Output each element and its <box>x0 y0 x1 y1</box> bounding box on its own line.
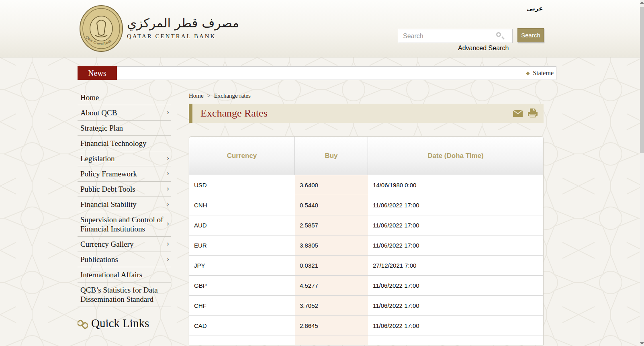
chevron-right-icon: › <box>167 200 169 207</box>
chain-link-icon <box>78 318 88 329</box>
column-header-currency[interactable]: Currency <box>189 137 295 175</box>
scroll-down-arrow-icon[interactable] <box>640 341 644 344</box>
sidebar-item-publications[interactable]: Publications› <box>78 252 171 267</box>
scroll-up-arrow-icon[interactable] <box>640 2 644 5</box>
cell-date <box>368 336 543 345</box>
page-title-banner: Exchange Rates <box>189 104 544 123</box>
email-icon[interactable] <box>513 110 523 117</box>
sidebar-item-strategic-plan[interactable]: Strategic Plan <box>78 121 171 136</box>
bank-name-arabic: مصرف قطر المركزي <box>127 14 239 32</box>
cell-currency: CNH <box>189 195 295 215</box>
sidebar-item-financial-technology[interactable]: Financial Technology <box>78 136 171 151</box>
chevron-right-icon: › <box>167 220 169 227</box>
chevron-right-icon: › <box>167 154 169 162</box>
cell-buy <box>295 336 368 345</box>
logo-wordmark[interactable]: مصرف قطر المركزي QATAR CENTRAL BANK <box>127 14 239 40</box>
cell-date: 11/06/2022 17:00 <box>368 215 543 235</box>
search-button[interactable]: Search <box>517 28 544 42</box>
table-row: GBP4.527711/06/2022 17:00 <box>189 276 543 296</box>
table-header-row: Currency Buy Date (Doha Time) <box>189 137 543 175</box>
chevron-right-icon: › <box>167 109 169 116</box>
breadcrumb-home[interactable]: Home <box>189 92 204 99</box>
arabic-language-link[interactable]: عربى <box>527 5 543 12</box>
cell-date: 11/06/2022 17:00 <box>368 195 543 215</box>
sidebar-item-label: QCB’s Statistics for Data Dissemination … <box>80 286 158 303</box>
quick-links-label: Quick Links <box>91 317 149 330</box>
table-row: CAD2.864511/06/2022 17:00 <box>189 316 543 336</box>
breadcrumb-current: Exchange rates <box>214 92 251 99</box>
sidebar-item-financial-stability[interactable]: Financial Stability› <box>78 197 171 212</box>
cell-date: 11/06/2022 17:00 <box>368 235 543 255</box>
sidebar-item-label: Policy Framework <box>80 170 137 178</box>
chevron-right-icon: › <box>167 185 169 192</box>
cell-currency: CAD <box>189 316 295 336</box>
sidebar-item-label: Supervision and Control of Financial Ins… <box>80 215 163 233</box>
news-ticker[interactable]: ◆ Stateme <box>117 66 556 80</box>
cell-buy: 0.0321 <box>295 256 368 275</box>
cell-buy: 0.5440 <box>295 195 368 215</box>
cell-date: 14/06/1980 0:00 <box>368 175 543 195</box>
news-label: News <box>78 66 117 80</box>
main-content: Home > Exchange rates Exchange Rates Cur… <box>189 92 544 345</box>
breadcrumb: Home > Exchange rates <box>189 92 544 99</box>
exchange-rates-table: Currency Buy Date (Doha Time) USD3.64001… <box>189 136 544 345</box>
vertical-scrollbar[interactable] <box>640 0 644 346</box>
cell-currency: AUD <box>189 215 295 235</box>
sidebar-item-label: About QCB <box>80 109 117 117</box>
table-row-partial <box>189 336 543 345</box>
sidebar-item-about-qcb[interactable]: About QCB› <box>78 105 171 121</box>
print-icon[interactable] <box>527 109 538 118</box>
cell-buy: 4.5277 <box>295 276 368 295</box>
sidebar-item-label: Financial Stability <box>80 200 137 209</box>
table-row: USD3.640014/06/1980 0:00 <box>189 175 543 195</box>
cell-buy: 2.8645 <box>295 316 368 336</box>
chevron-right-icon: › <box>167 255 169 262</box>
sidebar-item-label: International Affairs <box>80 270 142 279</box>
breadcrumb-separator: > <box>207 92 210 99</box>
cell-currency: CHF <box>189 296 295 315</box>
cell-date: 11/06/2022 17:00 <box>368 296 543 315</box>
cell-buy: 3.6400 <box>295 175 368 195</box>
sidebar-item-label: Publications <box>80 255 118 264</box>
cell-buy: 2.5857 <box>295 215 368 235</box>
site-header: Qatar Central Bank مصرف قطر المركزي QATA… <box>0 0 640 57</box>
sidebar-item-qcb-s-statistics-for-data-dissemination-standard[interactable]: QCB’s Statistics for Data Dissemination … <box>78 283 171 307</box>
table-row: CHF3.705211/06/2022 17:00 <box>189 296 543 316</box>
advanced-search-link[interactable]: Advanced Search <box>458 45 509 52</box>
cell-currency: GBP <box>189 276 295 295</box>
table-row: EUR3.830511/06/2022 17:00 <box>189 235 543 256</box>
cell-currency: USD <box>189 175 295 195</box>
column-header-date[interactable]: Date (Doha Time) <box>368 137 543 175</box>
cell-date: 27/12/2021 7:00 <box>368 256 543 275</box>
cell-currency <box>189 336 295 345</box>
cell-buy: 3.8305 <box>295 235 368 255</box>
sidebar-nav: HomeAbout QCB›Strategic PlanFinancial Te… <box>78 90 171 330</box>
sidebar-item-label: Currency Gallery <box>80 240 133 248</box>
chevron-right-icon: › <box>167 170 169 177</box>
sidebar-item-label: Financial Technology <box>80 139 147 147</box>
search-input[interactable] <box>398 29 513 43</box>
sidebar-item-label: Strategic Plan <box>80 124 123 132</box>
sidebar-item-home[interactable]: Home <box>78 90 171 105</box>
table-row: AUD2.585711/06/2022 17:00 <box>189 215 543 235</box>
scrollbar-thumb[interactable] <box>640 7 644 153</box>
bank-name-english: QATAR CENTRAL BANK <box>127 33 239 40</box>
cell-currency: JPY <box>189 256 295 275</box>
rates-table-body: USD3.640014/06/1980 0:00CNH0.544011/06/2… <box>189 175 543 345</box>
sidebar-item-policy-framework[interactable]: Policy Framework› <box>78 166 171 182</box>
sidebar-item-supervision-and-control-of-financial-institutions[interactable]: Supervision and Control of Financial Ins… <box>78 212 171 237</box>
column-header-buy[interactable]: Buy <box>295 137 368 175</box>
qcb-seal-logo[interactable]: Qatar Central Bank <box>79 5 123 53</box>
quick-links-heading[interactable]: Quick Links <box>78 317 171 330</box>
sidebar-item-label: Public Debt Tools <box>80 185 135 193</box>
page-title: Exchange Rates <box>200 107 268 119</box>
sidebar-item-public-debt-tools[interactable]: Public Debt Tools› <box>78 182 171 197</box>
table-row: CNH0.544011/06/2022 17:00 <box>189 195 543 215</box>
sidebar-item-legislation[interactable]: Legislation› <box>78 151 171 166</box>
diamond-bullet-icon: ◆ <box>526 70 530 76</box>
sidebar-item-currency-gallery[interactable]: Currency Gallery› <box>78 237 171 252</box>
news-ticker-item[interactable]: Stateme <box>533 70 554 77</box>
sidebar-item-international-affairs[interactable]: International Affairs <box>78 267 171 283</box>
sidebar-item-label: Legislation <box>80 154 114 163</box>
chevron-right-icon: › <box>167 240 169 247</box>
